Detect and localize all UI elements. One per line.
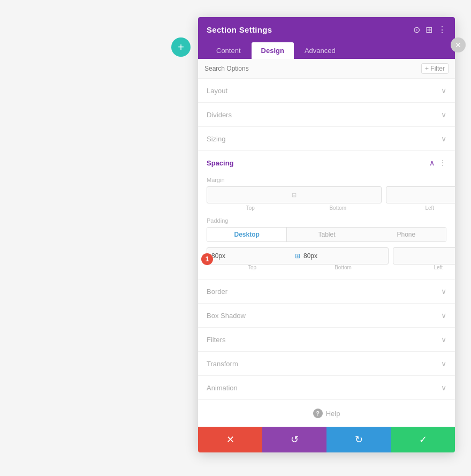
- margin-label: Margin: [207, 177, 446, 183]
- chevron-down-icon: ∨: [441, 383, 446, 392]
- device-tab-phone[interactable]: Phone: [367, 228, 446, 241]
- padding-left-label: Left: [393, 265, 455, 270]
- more-options-icon[interactable]: ⋮: [438, 25, 446, 35]
- save-button[interactable]: ✓: [391, 427, 455, 452]
- margin-left-right-input: ⊟: [386, 186, 455, 203]
- padding-bottom-input[interactable]: [303, 252, 384, 260]
- padding-left-right-input: ⊟: [393, 247, 455, 265]
- cancel-button[interactable]: ✕: [198, 427, 262, 452]
- margin-top-input[interactable]: [211, 191, 292, 199]
- device-tab-tablet[interactable]: Tablet: [287, 228, 366, 241]
- section-settings-panel: Section Settings ⊙ ⊞ ⋮ Content Design Ad…: [198, 17, 455, 452]
- close-overlay-button[interactable]: ✕: [451, 37, 466, 52]
- section-label-box-shadow: Box Shadow: [207, 312, 246, 320]
- margin-bottom-input[interactable]: [297, 191, 377, 199]
- padding-bottom-label: Bottom: [298, 265, 389, 270]
- chevron-down-icon: ∨: [441, 110, 446, 119]
- section-row-border[interactable]: Border ∨: [198, 279, 455, 304]
- padding-top-bottom-input: ⊞: [207, 247, 389, 265]
- tab-design[interactable]: Design: [252, 42, 294, 59]
- padding-label: Padding: [207, 217, 446, 224]
- section-row-transform[interactable]: Transform ∨: [198, 352, 455, 376]
- section-label-transform: Transform: [207, 360, 238, 368]
- margin-lr-labels: Left Right: [386, 205, 455, 211]
- undo-icon: ↺: [291, 434, 299, 445]
- padding-left-input[interactable]: [398, 252, 455, 260]
- chevron-down-icon: ∨: [441, 86, 446, 95]
- spacing-header-icons: ∧ ⋮: [429, 158, 446, 167]
- spacing-content: Margin ⊟ Top Bottom: [198, 175, 455, 279]
- viewport-icon[interactable]: ⊙: [413, 25, 420, 35]
- padding-top-bottom-group: ⊞ Top Bottom: [207, 247, 389, 270]
- chevron-down-icon: ∨: [441, 359, 446, 368]
- chevron-down-icon: ∨: [441, 311, 446, 320]
- margin-top-bottom-group: ⊟ Top Bottom: [207, 186, 382, 211]
- padding-lr-labels: Left Right: [393, 265, 455, 270]
- padding-inputs-row: 1 ⊞ Top Bottom: [207, 247, 446, 270]
- margin-left-label: Left: [386, 205, 455, 211]
- padding-left-right-group: ⊟ Left Right: [393, 247, 455, 270]
- chevron-down-icon: ∨: [441, 134, 446, 143]
- link-icon-blue: ⊞: [295, 252, 300, 260]
- filter-label: + Filter: [425, 65, 445, 72]
- close-icon: ✕: [455, 41, 461, 49]
- padding-tb-labels: Top Bottom: [207, 265, 389, 270]
- panel-title: Section Settings: [207, 25, 272, 34]
- section-label-layout: Layout: [207, 87, 227, 95]
- filter-button[interactable]: + Filter: [421, 63, 449, 74]
- padding-section: Padding Desktop Tablet Phone 1 ⊞: [207, 217, 446, 270]
- section-row-layout[interactable]: Layout ∨: [198, 79, 455, 103]
- device-tab-desktop[interactable]: Desktop: [207, 228, 287, 241]
- redo-icon: ↻: [355, 434, 363, 445]
- margin-top-bottom-input: ⊟: [207, 186, 382, 203]
- margin-left-input[interactable]: [391, 191, 455, 199]
- tabs-bar: Content Design Advanced: [198, 42, 455, 59]
- margin-top-label: Top: [207, 205, 294, 211]
- cancel-icon: ✕: [226, 434, 234, 445]
- bottom-bar: ✕ ↺ ↻ ✓: [198, 427, 455, 452]
- plus-icon: +: [178, 41, 184, 54]
- section-row-animation[interactable]: Animation ∨: [198, 376, 455, 400]
- section-row-box-shadow[interactable]: Box Shadow ∨: [198, 304, 455, 328]
- more-options-icon[interactable]: ⋮: [439, 158, 446, 167]
- help-row: ? Help: [198, 400, 455, 427]
- section-row-sizing[interactable]: Sizing ∨: [198, 127, 455, 151]
- chevron-down-icon: ∨: [441, 287, 446, 296]
- margin-tb-labels: Top Bottom: [207, 205, 382, 211]
- section-spacing-header[interactable]: Spacing ∧ ⋮: [198, 151, 455, 175]
- panel-body: Layout ∨ Dividers ∨ Sizing ∨ Spacing ∧ ⋮: [198, 79, 455, 427]
- section-label-filters: Filters: [207, 336, 225, 344]
- device-tabs: Desktop Tablet Phone: [207, 227, 446, 242]
- redo-button[interactable]: ↻: [326, 427, 391, 452]
- undo-button[interactable]: ↺: [262, 427, 326, 452]
- search-bar: + Filter: [198, 59, 455, 79]
- section-label-animation: Animation: [207, 384, 238, 392]
- section-row-filters[interactable]: Filters ∨: [198, 328, 455, 352]
- panel-header-icons: ⊙ ⊞ ⋮: [413, 25, 446, 35]
- section-row-dividers[interactable]: Dividers ∨: [198, 103, 455, 127]
- section-label-dividers: Dividers: [207, 111, 232, 119]
- section-label-border: Border: [207, 288, 227, 296]
- margin-inputs-row: ⊟ Top Bottom ⊟: [207, 186, 446, 211]
- margin-bottom-label: Bottom: [294, 205, 382, 211]
- margin-left-right-group: ⊟ Left Right: [386, 186, 455, 211]
- link-icon: ⊟: [292, 192, 297, 199]
- padding-top-input[interactable]: [211, 252, 292, 260]
- section-label-spacing: Spacing: [207, 159, 234, 167]
- panel-header: Section Settings ⊙ ⊞ ⋮: [198, 17, 455, 42]
- chevron-down-icon: ∨: [441, 335, 446, 344]
- padding-top-label: Top: [207, 265, 298, 270]
- section-spacing-expanded: Spacing ∧ ⋮ Margin ⊟: [198, 151, 455, 279]
- layout-icon[interactable]: ⊞: [426, 25, 432, 35]
- help-label[interactable]: Help: [326, 410, 340, 418]
- help-icon: ?: [313, 409, 323, 418]
- badge-number: 1: [201, 253, 213, 265]
- search-input[interactable]: [204, 65, 417, 72]
- section-label-sizing: Sizing: [207, 135, 225, 143]
- add-section-button[interactable]: +: [171, 37, 191, 57]
- save-icon: ✓: [419, 434, 427, 445]
- tab-advanced[interactable]: Advanced: [295, 42, 345, 59]
- tab-content[interactable]: Content: [207, 42, 250, 59]
- chevron-up-icon: ∧: [429, 158, 435, 167]
